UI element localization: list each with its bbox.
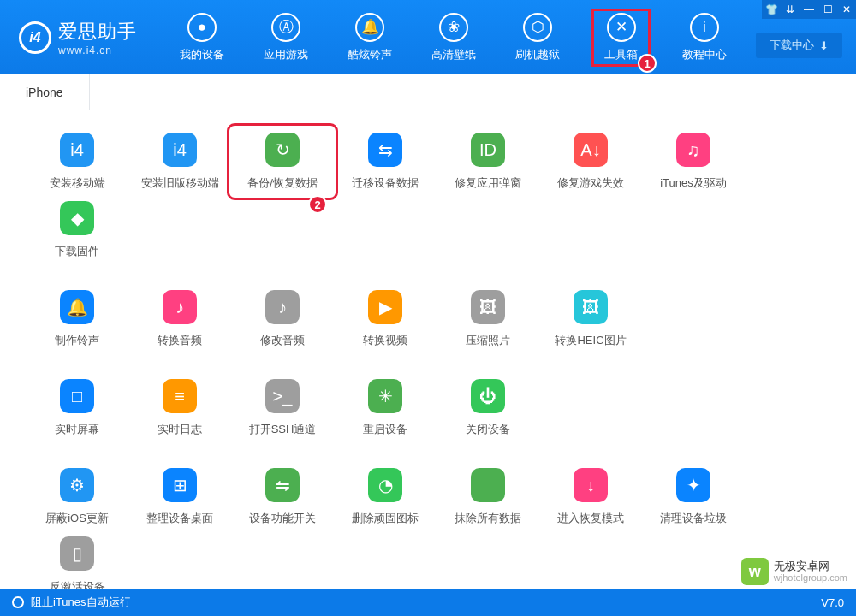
tool-migrate-data[interactable]: ⇆迁移设备数据 <box>334 127 437 196</box>
tool-label: 下载固件 <box>55 244 99 259</box>
download-firmware-icon: ◆ <box>60 201 94 235</box>
nav-bell[interactable]: 🔔酷炫铃声 <box>341 9 399 66</box>
nav-label: 应用游戏 <box>264 47 308 62</box>
shirt-icon[interactable]: 👕 <box>762 0 781 19</box>
tool-label: iTunes及驱动 <box>660 175 727 191</box>
logo-title: 爱思助手 <box>58 19 137 44</box>
fix-popup-icon: ID <box>471 133 505 167</box>
convert-audio-icon: ♪ <box>163 290 197 324</box>
delete-icon-icon: ◔ <box>368 468 402 502</box>
realtime-screen-icon: □ <box>60 379 94 413</box>
tool-label: 转换音频 <box>158 333 202 348</box>
backup-restore-icon: ↻ <box>265 133 300 167</box>
tool-install-old-mobile[interactable]: i4安装旧版移动端 <box>128 127 231 196</box>
compress-photo-icon: 🖼 <box>471 290 505 324</box>
tool-label: 实时屏幕 <box>55 422 99 437</box>
tool-organize-desktop[interactable]: ⊞整理设备桌面 <box>128 463 231 531</box>
tab-label: iPhone <box>26 86 63 99</box>
tool-device-switch[interactable]: ⇋设备功能开关 <box>231 463 334 531</box>
install-mobile-icon: i4 <box>60 133 94 167</box>
bell-icon: 🔔 <box>355 13 384 42</box>
clean-device-icon: ✦ <box>676 468 710 502</box>
tool-fix-game[interactable]: A↓修复游戏失效 <box>539 127 642 196</box>
install-old-mobile-icon: i4 <box>163 133 197 167</box>
box-icon: ⬡ <box>523 13 552 42</box>
logo: i4 爱思助手 www.i4.cn <box>9 19 147 56</box>
minimize-icon[interactable]: — <box>800 0 818 19</box>
nav-label: 刷机越狱 <box>515 47 560 62</box>
tool-label: 转换HEIC图片 <box>555 333 626 348</box>
tool-label: 修复应用弹窗 <box>455 175 521 191</box>
window-controls: 👕 ⇊ — ☐ ✕ <box>762 0 856 19</box>
deactivate-device-icon: ▯ <box>60 536 94 571</box>
annotation-badge-2: 2 <box>308 195 327 214</box>
tool-install-mobile[interactable]: i4安装移动端 <box>26 127 128 196</box>
tool-delete-icon[interactable]: ◔删除顽固图标 <box>334 463 437 531</box>
tool-label: 制作铃声 <box>55 333 99 348</box>
info-icon: i <box>690 13 719 42</box>
tool-convert-audio[interactable]: ♪转换音频 <box>128 285 231 353</box>
footer-left[interactable]: 阻止iTunes自动运行 <box>12 595 131 610</box>
tool-erase-data[interactable]: 抹除所有数据 <box>437 463 539 531</box>
download-icon: ⬇ <box>819 39 829 52</box>
tool-fix-popup[interactable]: ID修复应用弹窗 <box>437 127 539 196</box>
flower-icon: ❀ <box>439 13 468 42</box>
tool-modify-audio[interactable]: ♪修改音频 <box>231 285 334 353</box>
tools-icon: ✕ <box>607 13 636 42</box>
tool-compress-photo[interactable]: 🖼压缩照片 <box>437 285 539 353</box>
shutdown-device-icon: ⏻ <box>471 379 505 413</box>
tab-iphone[interactable]: iPhone <box>0 74 90 110</box>
tool-label: 抹除所有数据 <box>455 511 521 526</box>
tool-realtime-log[interactable]: ≡实时日志 <box>128 374 231 442</box>
app-header: i4 爱思助手 www.i4.cn ●我的设备Ⓐ应用游戏🔔酷炫铃声❀高清壁纸⬡刷… <box>0 0 856 74</box>
nav-apple[interactable]: ●我的设备 <box>173 9 231 66</box>
make-ringtone-icon: 🔔 <box>60 290 94 324</box>
tool-backup-restore[interactable]: ↻备份/恢复数据 <box>231 127 334 196</box>
tool-realtime-screen[interactable]: □实时屏幕 <box>26 374 128 442</box>
radio-icon[interactable] <box>12 596 24 608</box>
dropdown-icon[interactable]: ⇊ <box>781 0 800 19</box>
tool-block-ios-update[interactable]: ⚙屏蔽iOS更新 <box>26 463 128 531</box>
block-ios-update-icon: ⚙ <box>60 468 94 502</box>
device-switch-icon: ⇋ <box>265 468 300 502</box>
tool-download-firmware[interactable]: ◆下载固件 <box>26 196 128 264</box>
tool-shutdown-device[interactable]: ⏻关闭设备 <box>437 374 539 442</box>
tool-restart-device[interactable]: ✳重启设备 <box>334 374 437 442</box>
tool-label: 屏蔽iOS更新 <box>45 511 109 526</box>
footer-left-label: 阻止iTunes自动运行 <box>31 595 131 610</box>
nav-box[interactable]: ⬡刷机越狱 <box>508 9 567 66</box>
close-icon[interactable]: ✕ <box>837 0 856 19</box>
tool-itunes-driver[interactable]: ♫iTunes及驱动 <box>642 127 745 196</box>
nav-info[interactable]: i教程中心 <box>675 9 734 66</box>
tool-label: 修改音频 <box>260 333 305 348</box>
itunes-driver-icon: ♫ <box>676 133 710 167</box>
tool-recovery-mode[interactable]: ↓进入恢复模式 <box>539 463 642 531</box>
tool-label: 安装移动端 <box>50 175 105 191</box>
logo-url: www.i4.cn <box>58 44 137 56</box>
tool-label: 安装旧版移动端 <box>141 175 219 191</box>
watermark-title: 无极安卓网 <box>774 560 847 573</box>
tool-convert-heic[interactable]: 🖼转换HEIC图片 <box>539 285 642 353</box>
tool-label: 进入恢复模式 <box>557 511 624 526</box>
tool-label: 设备功能开关 <box>249 511 316 526</box>
nav-label: 酷炫铃声 <box>348 47 392 62</box>
fix-game-icon: A↓ <box>574 133 608 167</box>
convert-heic-icon: 🖼 <box>574 290 608 324</box>
maximize-icon[interactable]: ☐ <box>818 0 837 19</box>
open-ssh-icon: >_ <box>265 379 300 413</box>
nav-apps[interactable]: Ⓐ应用游戏 <box>257 9 315 66</box>
realtime-log-icon: ≡ <box>163 379 197 413</box>
download-center-button[interactable]: 下载中心 ⬇ <box>756 33 842 58</box>
modify-audio-icon: ♪ <box>265 290 300 324</box>
tool-convert-video[interactable]: ▶转换视频 <box>334 285 437 353</box>
tool-open-ssh[interactable]: >_打开SSH通道 <box>231 374 334 442</box>
tool-label: 实时日志 <box>158 422 202 437</box>
tool-label: 打开SSH通道 <box>249 422 317 437</box>
nav-flower[interactable]: ❀高清壁纸 <box>425 9 483 66</box>
tool-label: 重启设备 <box>363 422 407 437</box>
tool-make-ringtone[interactable]: 🔔制作铃声 <box>26 285 128 353</box>
nav-label: 工具箱 <box>604 47 638 62</box>
tool-label: 整理设备桌面 <box>146 511 213 526</box>
tool-clean-device[interactable]: ✦清理设备垃圾 <box>642 463 745 531</box>
apple-icon: ● <box>187 13 217 42</box>
